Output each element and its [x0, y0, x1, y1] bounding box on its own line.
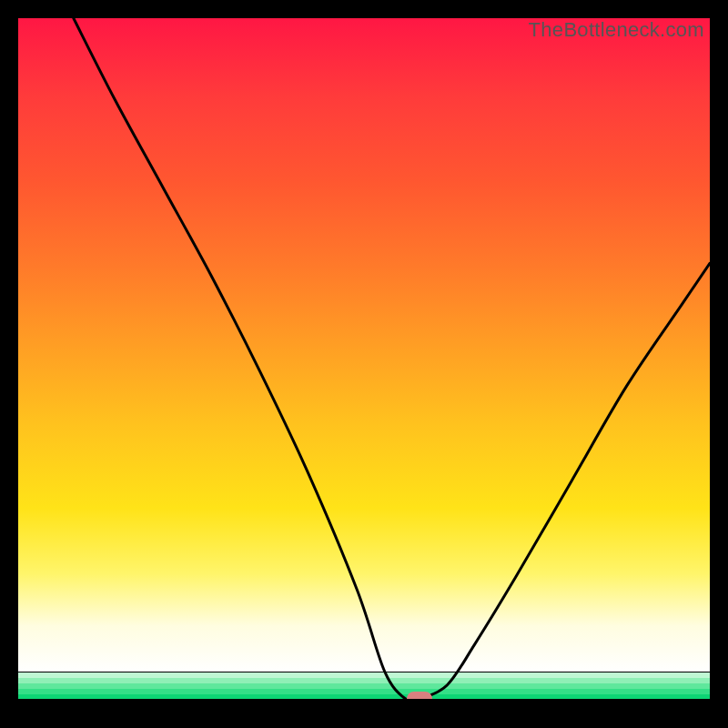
chart-frame: TheBottleneck.com [18, 18, 710, 710]
watermark-text: TheBottleneck.com [529, 18, 704, 42]
chart-footer-strip [18, 699, 710, 710]
gradient-background [18, 18, 710, 672]
